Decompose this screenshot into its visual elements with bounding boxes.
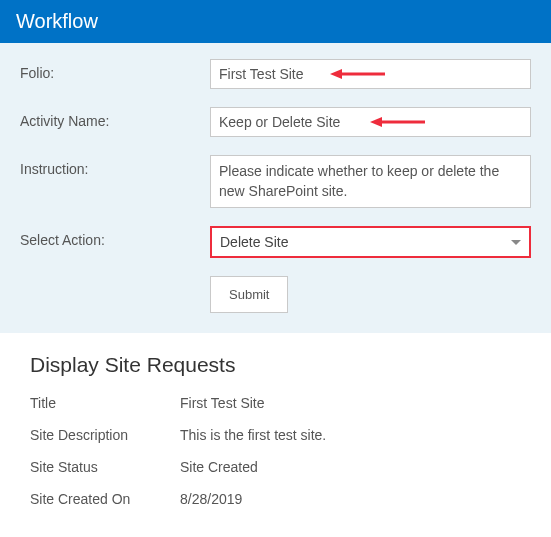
select-action-row: Select Action: Delete Site: [20, 226, 531, 258]
workflow-form: Folio: Activity Name: Instruction:: [0, 43, 551, 333]
display-value-title: First Test Site: [180, 395, 521, 411]
display-label-title: Title: [30, 395, 180, 411]
select-action-label: Select Action:: [20, 226, 210, 248]
display-heading: Display Site Requests: [30, 353, 521, 377]
chevron-down-icon: [511, 240, 521, 245]
display-label-created: Site Created On: [30, 491, 180, 507]
display-row-title: Title First Test Site: [30, 395, 521, 411]
folio-label: Folio:: [20, 59, 210, 81]
activity-name-input[interactable]: [210, 107, 531, 137]
display-value-description: This is the first test site.: [180, 427, 521, 443]
instruction-text: Please indicate whether to keep or delet…: [210, 155, 531, 208]
display-row-created: Site Created On 8/28/2019: [30, 491, 521, 507]
instruction-label: Instruction:: [20, 155, 210, 177]
display-value-created: 8/28/2019: [180, 491, 521, 507]
panel-title: Workflow: [16, 10, 98, 32]
display-row-status: Site Status Site Created: [30, 459, 521, 475]
submit-button[interactable]: Submit: [210, 276, 288, 313]
display-value-status: Site Created: [180, 459, 521, 475]
panel-header: Workflow: [0, 0, 551, 43]
select-action-dropdown[interactable]: Delete Site: [210, 226, 531, 258]
folio-row: Folio:: [20, 59, 531, 89]
display-label-status: Site Status: [30, 459, 180, 475]
display-label-description: Site Description: [30, 427, 180, 443]
activity-label: Activity Name:: [20, 107, 210, 129]
activity-row: Activity Name:: [20, 107, 531, 137]
instruction-row: Instruction: Please indicate whether to …: [20, 155, 531, 208]
display-row-description: Site Description This is the first test …: [30, 427, 521, 443]
display-site-requests: Display Site Requests Title First Test S…: [0, 333, 551, 537]
folio-input[interactable]: [210, 59, 531, 89]
select-action-value: Delete Site: [220, 234, 288, 250]
